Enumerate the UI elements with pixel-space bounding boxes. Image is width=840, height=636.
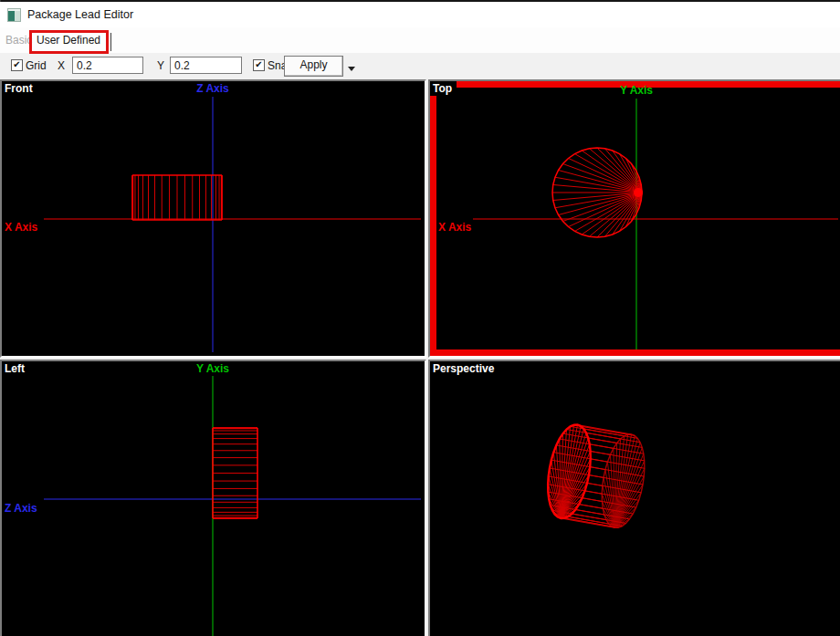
viewport-perspective-canvas[interactable]: Perspective: [430, 361, 840, 636]
active-viewport-highlight-bottom: [430, 349, 840, 356]
snap-checkbox-check-icon: ✔: [255, 59, 262, 69]
grid-y-input[interactable]: [170, 57, 242, 74]
tab-caret: [110, 33, 111, 51]
tab-basic[interactable]: Basic: [5, 34, 32, 47]
cylinder-wireframe-front-view: [2, 81, 421, 352]
apply-button-label: Apply: [299, 58, 327, 71]
tab-bar: Basic User Defined: [0, 27, 840, 53]
grid-label: Grid: [26, 59, 47, 72]
grid-y-label: Y: [157, 59, 164, 72]
app-window-icon: [7, 8, 21, 22]
viewport-front-canvas[interactable]: Front Z Axis X Axis: [2, 81, 425, 356]
y-axis-label: Y Axis: [196, 362, 229, 375]
cylinder-wireframe-left-view: [2, 361, 421, 636]
viewport-perspective[interactable]: Perspective: [428, 360, 840, 636]
viewport-left-canvas[interactable]: Left Y Axis Z Axis: [2, 361, 425, 636]
title-bar: Package Lead Editor: [0, 2, 840, 27]
viewport-perspective-label: Perspective: [433, 362, 494, 375]
cylinder-wireframe-perspective-view: [430, 361, 838, 636]
grid-x-label: X: [58, 59, 65, 72]
apply-button[interactable]: Apply: [284, 56, 343, 77]
viewport-front-label: Front: [5, 82, 33, 95]
z-axis-label: Z Axis: [196, 82, 229, 95]
toolbar-overflow-dropdown-icon[interactable]: [348, 67, 355, 71]
viewport-top-label: Top: [433, 82, 452, 95]
cylinder-wireframe-top-view: [430, 81, 838, 352]
viewport-left-label: Left: [5, 362, 25, 375]
active-viewport-highlight-left: [430, 81, 436, 356]
viewport-left[interactable]: Left Y Axis Z Axis: [0, 360, 426, 636]
window-title: Package Lead Editor: [27, 8, 133, 21]
viewport-front[interactable]: Front Z Axis X Axis: [0, 79, 426, 358]
grid-checkbox[interactable]: ✔: [11, 59, 23, 71]
package-lead-editor-window: Package Lead Editor Basic User Defined ✔…: [0, 0, 840, 636]
annotation-highlight-user-defined-tab: [29, 30, 109, 54]
viewport-top-canvas[interactable]: Top Y Axis X Axis: [430, 81, 840, 356]
z-axis-label: Z Axis: [5, 502, 37, 515]
grid-x-input[interactable]: [72, 57, 143, 74]
x-axis-label: X Axis: [5, 221, 37, 234]
grid-checkbox-check-icon: ✔: [13, 59, 20, 69]
x-axis-label: X Axis: [438, 221, 471, 234]
y-axis-label: Y Axis: [620, 84, 653, 97]
toolbar: ✔ Grid X Y ✔ Snap Apply: [0, 53, 840, 79]
snap-checkbox[interactable]: ✔: [253, 59, 265, 71]
viewport-top[interactable]: Top Y Axis X Axis: [428, 79, 840, 358]
